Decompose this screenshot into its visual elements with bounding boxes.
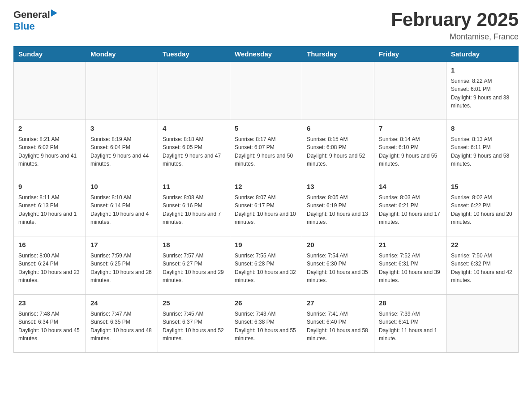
day-number: 13: [307, 182, 369, 192]
calendar-day-cell: 27Sunrise: 7:41 AM Sunset: 6:40 PM Dayli…: [302, 295, 374, 353]
day-info: Sunrise: 8:19 AM Sunset: 6:04 PM Dayligh…: [90, 135, 153, 168]
weekday-header: Friday: [374, 47, 446, 62]
day-number: 27: [307, 298, 369, 308]
day-info: Sunrise: 7:52 AM Sunset: 6:31 PM Dayligh…: [379, 252, 442, 285]
calendar-day-cell: 7Sunrise: 8:14 AM Sunset: 6:10 PM Daylig…: [374, 120, 446, 178]
logo-blue-text: Blue: [13, 21, 60, 32]
calendar-day-cell: 10Sunrise: 8:10 AM Sunset: 6:14 PM Dayli…: [86, 178, 158, 236]
calendar-day-cell: 24Sunrise: 7:47 AM Sunset: 6:35 PM Dayli…: [86, 295, 158, 353]
day-info: Sunrise: 8:21 AM Sunset: 6:02 PM Dayligh…: [18, 135, 81, 168]
day-number: 14: [379, 182, 442, 192]
logo: General Blue: [13, 9, 60, 32]
day-number: 7: [379, 124, 442, 134]
weekday-header: Monday: [86, 47, 158, 62]
day-info: Sunrise: 8:07 AM Sunset: 6:17 PM Dayligh…: [235, 193, 297, 227]
day-info: Sunrise: 8:03 AM Sunset: 6:21 PM Dayligh…: [379, 193, 442, 227]
calendar-day-cell: 28Sunrise: 7:39 AM Sunset: 6:41 PM Dayli…: [374, 295, 446, 353]
calendar-day-cell: 6Sunrise: 8:15 AM Sunset: 6:08 PM Daylig…: [302, 120, 374, 178]
calendar-week-row: 9Sunrise: 8:11 AM Sunset: 6:13 PM Daylig…: [14, 178, 519, 236]
calendar-day-cell: 18Sunrise: 7:57 AM Sunset: 6:27 PM Dayli…: [158, 236, 230, 295]
calendar-day-cell: 3Sunrise: 8:19 AM Sunset: 6:04 PM Daylig…: [86, 120, 158, 178]
day-info: Sunrise: 8:15 AM Sunset: 6:08 PM Dayligh…: [307, 135, 369, 168]
day-number: 18: [163, 240, 225, 250]
logo-general-text: General: [13, 9, 50, 21]
calendar-day-cell: 5Sunrise: 8:17 AM Sunset: 6:07 PM Daylig…: [230, 120, 302, 178]
day-number: 21: [379, 240, 442, 250]
day-number: 5: [235, 124, 297, 134]
weekday-header: Saturday: [446, 47, 519, 62]
day-info: Sunrise: 8:18 AM Sunset: 6:05 PM Dayligh…: [163, 135, 225, 168]
calendar-day-cell: 25Sunrise: 7:45 AM Sunset: 6:37 PM Dayli…: [158, 295, 230, 353]
day-number: 6: [307, 124, 369, 134]
day-info: Sunrise: 8:22 AM Sunset: 6:01 PM Dayligh…: [451, 77, 514, 110]
day-number: 8: [451, 124, 514, 134]
title-section: February 2025 Montamise, France: [391, 9, 519, 42]
calendar-title: February 2025: [391, 9, 519, 30]
calendar-day-cell: 4Sunrise: 8:18 AM Sunset: 6:05 PM Daylig…: [158, 120, 230, 178]
day-number: 24: [90, 298, 153, 308]
day-info: Sunrise: 8:10 AM Sunset: 6:14 PM Dayligh…: [90, 193, 153, 227]
day-number: 22: [451, 240, 514, 250]
day-number: 4: [163, 124, 225, 134]
calendar-day-cell: 15Sunrise: 8:02 AM Sunset: 6:22 PM Dayli…: [446, 178, 519, 236]
day-info: Sunrise: 7:47 AM Sunset: 6:35 PM Dayligh…: [90, 310, 153, 343]
calendar-day-cell: 8Sunrise: 8:13 AM Sunset: 6:11 PM Daylig…: [446, 120, 519, 178]
day-number: 16: [18, 240, 81, 250]
day-info: Sunrise: 7:55 AM Sunset: 6:28 PM Dayligh…: [235, 252, 297, 285]
calendar-subtitle: Montamise, France: [391, 32, 519, 42]
day-info: Sunrise: 7:59 AM Sunset: 6:25 PM Dayligh…: [90, 252, 153, 285]
calendar-day-cell: 9Sunrise: 8:11 AM Sunset: 6:13 PM Daylig…: [14, 178, 86, 236]
day-number: 19: [235, 240, 297, 250]
day-number: 1: [451, 65, 514, 76]
calendar-week-row: 16Sunrise: 8:00 AM Sunset: 6:24 PM Dayli…: [14, 236, 519, 295]
calendar-day-cell: 23Sunrise: 7:48 AM Sunset: 6:34 PM Dayli…: [14, 295, 86, 353]
calendar-day-cell: [446, 295, 519, 353]
calendar-day-cell: [230, 62, 302, 120]
day-number: 25: [163, 298, 225, 308]
calendar-header-row: SundayMondayTuesdayWednesdayThursdayFrid…: [14, 47, 519, 62]
day-info: Sunrise: 7:45 AM Sunset: 6:37 PM Dayligh…: [163, 310, 225, 343]
svg-marker-0: [51, 9, 57, 17]
calendar-day-cell: [14, 62, 86, 120]
calendar-day-cell: [158, 62, 230, 120]
weekday-header: Tuesday: [158, 47, 230, 62]
day-number: 26: [235, 298, 297, 308]
calendar-day-cell: 2Sunrise: 8:21 AM Sunset: 6:02 PM Daylig…: [14, 120, 86, 178]
calendar-day-cell: 14Sunrise: 8:03 AM Sunset: 6:21 PM Dayli…: [374, 178, 446, 236]
day-info: Sunrise: 8:02 AM Sunset: 6:22 PM Dayligh…: [451, 193, 514, 227]
calendar-day-cell: 19Sunrise: 7:55 AM Sunset: 6:28 PM Dayli…: [230, 236, 302, 295]
day-info: Sunrise: 8:05 AM Sunset: 6:19 PM Dayligh…: [307, 193, 369, 227]
day-number: 12: [235, 182, 297, 192]
day-info: Sunrise: 7:43 AM Sunset: 6:38 PM Dayligh…: [235, 310, 297, 343]
calendar-day-cell: 11Sunrise: 8:08 AM Sunset: 6:16 PM Dayli…: [158, 178, 230, 236]
day-info: Sunrise: 8:17 AM Sunset: 6:07 PM Dayligh…: [235, 135, 297, 168]
day-info: Sunrise: 7:39 AM Sunset: 6:41 PM Dayligh…: [379, 310, 442, 343]
logo-arrow-icon: [51, 9, 60, 17]
calendar-table: SundayMondayTuesdayWednesdayThursdayFrid…: [13, 46, 519, 353]
day-info: Sunrise: 7:50 AM Sunset: 6:32 PM Dayligh…: [451, 252, 514, 285]
day-info: Sunrise: 8:08 AM Sunset: 6:16 PM Dayligh…: [163, 193, 225, 227]
weekday-header: Thursday: [302, 47, 374, 62]
weekday-header: Wednesday: [230, 47, 302, 62]
day-number: 15: [451, 182, 514, 192]
calendar-day-cell: 26Sunrise: 7:43 AM Sunset: 6:38 PM Dayli…: [230, 295, 302, 353]
day-number: 17: [90, 240, 153, 250]
day-number: 28: [379, 298, 442, 308]
calendar-day-cell: [86, 62, 158, 120]
day-number: 11: [163, 182, 225, 192]
calendar-week-row: 23Sunrise: 7:48 AM Sunset: 6:34 PM Dayli…: [14, 295, 519, 353]
day-info: Sunrise: 7:41 AM Sunset: 6:40 PM Dayligh…: [307, 310, 369, 343]
calendar-day-cell: 20Sunrise: 7:54 AM Sunset: 6:30 PM Dayli…: [302, 236, 374, 295]
day-number: 2: [18, 124, 81, 134]
day-info: Sunrise: 8:00 AM Sunset: 6:24 PM Dayligh…: [18, 252, 81, 285]
day-info: Sunrise: 8:11 AM Sunset: 6:13 PM Dayligh…: [18, 193, 81, 227]
calendar-day-cell: [302, 62, 374, 120]
day-number: 9: [18, 182, 81, 192]
day-info: Sunrise: 7:57 AM Sunset: 6:27 PM Dayligh…: [163, 252, 225, 285]
page-header: General Blue February 2025 Montamise, Fr…: [13, 9, 519, 42]
calendar-day-cell: 17Sunrise: 7:59 AM Sunset: 6:25 PM Dayli…: [86, 236, 158, 295]
calendar-day-cell: 1Sunrise: 8:22 AM Sunset: 6:01 PM Daylig…: [446, 62, 519, 120]
calendar-day-cell: 12Sunrise: 8:07 AM Sunset: 6:17 PM Dayli…: [230, 178, 302, 236]
weekday-header: Sunday: [14, 47, 86, 62]
day-number: 3: [90, 124, 153, 134]
